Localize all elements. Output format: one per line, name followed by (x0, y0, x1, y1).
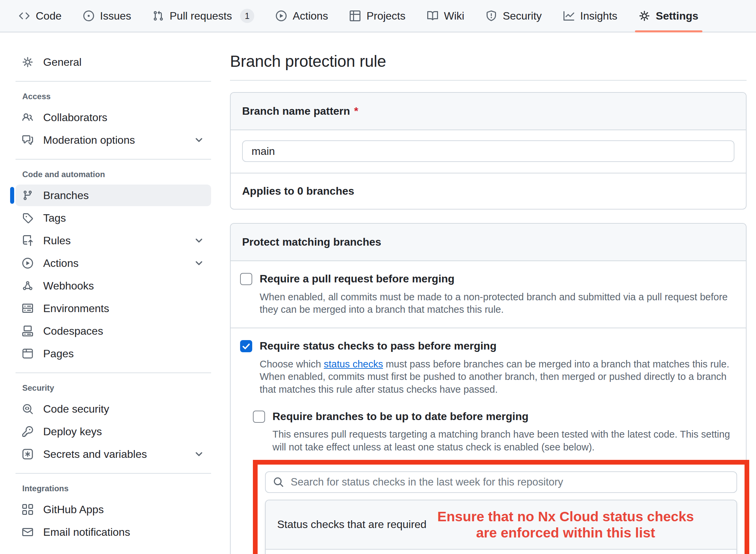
tab-code[interactable]: Code (10, 0, 70, 32)
codespaces-icon (22, 326, 33, 336)
sidebar-item-label: Secrets and variables (43, 448, 147, 461)
gear-icon (639, 10, 650, 21)
sidebar-item-label: Environments (43, 302, 109, 315)
tab-label: Issues (100, 10, 131, 22)
sidebar-item-label: General (43, 56, 82, 68)
protect-matching-branches-header: Protect matching branches (231, 224, 746, 261)
apps-icon (22, 504, 33, 515)
require-status-checks-checkbox[interactable] (240, 340, 252, 352)
tag-icon (22, 213, 33, 223)
sidebar-section-title-integrations: Integrations (16, 484, 211, 493)
tab-insights[interactable]: Insights (555, 0, 626, 32)
status-check-search-input[interactable] (265, 471, 737, 493)
tab-actions[interactable]: Actions (267, 0, 337, 32)
rule-require-pull-request: Require a pull request before merging Wh… (231, 261, 746, 328)
status-check-search (265, 471, 737, 493)
branch-name-pattern-input[interactable] (242, 140, 734, 162)
description-text: Choose which (260, 359, 324, 369)
tab-label: Code (36, 10, 62, 22)
sidebar-item-label: Moderation options (43, 134, 135, 146)
table-icon (350, 10, 360, 21)
codescan-icon (22, 404, 33, 414)
tab-label: Actions (293, 10, 328, 22)
rule-label: Require a pull request before merging (260, 272, 455, 286)
sidebar-item-deploy-keys[interactable]: Deploy keys (16, 421, 211, 442)
sidebar-item-code-security[interactable]: Code security (16, 398, 211, 420)
branch-protection-main: Branch protection rule Branch name patte… (223, 32, 756, 554)
tab-projects[interactable]: Projects (341, 0, 414, 32)
rule-description: Choose which status checks must pass bef… (260, 358, 736, 396)
tab-security[interactable]: Security (477, 0, 551, 32)
sidebar-item-moderation-options[interactable]: Moderation options (16, 129, 211, 151)
sidebar-item-label: Pages (43, 348, 74, 360)
rule-label: Require status checks to pass before mer… (260, 339, 496, 353)
tab-wiki[interactable]: Wiki (418, 0, 473, 32)
branch-name-pattern-label: Branch name pattern (242, 105, 350, 117)
status-checks-header-label: Status checks that are required (277, 518, 427, 531)
git-branch-icon (22, 190, 33, 201)
tab-label: Pull requests (170, 10, 232, 22)
sidebar-item-label: Collaborators (43, 111, 107, 124)
gear-icon (22, 57, 33, 67)
sidebar-item-codespaces[interactable]: Codespaces (16, 320, 211, 342)
chevron-down-icon (194, 449, 204, 460)
sidebar-item-pages[interactable]: Pages (16, 343, 211, 364)
sidebar-item-email-notifications[interactable]: Email notifications (16, 521, 211, 543)
annotation-line-2: are enforced within this list (427, 525, 705, 541)
sidebar-item-label: Branches (43, 189, 89, 202)
check-icon (241, 341, 251, 351)
sidebar-item-label: Tags (43, 212, 66, 224)
tab-label: Security (503, 10, 542, 22)
annotation-highlight-box: Status checks that are required Ensure t… (253, 460, 749, 554)
sidebar-item-environments[interactable]: Environments (16, 298, 211, 319)
sidebar-item-secrets-and-variables[interactable]: Secrets and variables (16, 443, 211, 465)
applies-to-branches: Applies to 0 branches (231, 173, 746, 209)
issue-opened-icon (83, 10, 94, 21)
search-icon (273, 477, 284, 488)
sidebar-divider (16, 81, 211, 82)
sidebar-item-label: Email notifications (43, 526, 130, 538)
rule-require-status-checks: Require status checks to pass before mer… (231, 328, 746, 554)
sidebar-section-title-code-automation: Code and automation (16, 170, 211, 179)
status-check-row: main GitHub Actions (266, 550, 736, 554)
sidebar-item-webhooks[interactable]: Webhooks (16, 275, 211, 297)
tab-pull-requests[interactable]: Pull requests 1 (144, 0, 263, 32)
required-status-checks-box: Status checks that are required Ensure t… (265, 500, 737, 554)
sidebar-item-label: Codespaces (43, 325, 103, 337)
sidebar-item-general[interactable]: General (16, 51, 211, 73)
chevron-down-icon (194, 258, 204, 269)
status-checks-link[interactable]: status checks (324, 359, 383, 369)
repo-tab-bar: Code Issues Pull requests 1 Actions Proj… (0, 0, 756, 32)
play-icon (276, 10, 287, 21)
chevron-down-icon (194, 235, 204, 246)
chevron-down-icon (194, 135, 204, 145)
branch-name-pattern-body (231, 130, 746, 173)
browser-icon (22, 348, 33, 359)
tab-label: Wiki (444, 10, 464, 22)
code-icon (19, 10, 30, 21)
annotation-note: Ensure that no Nx Cloud status checks ar… (427, 508, 725, 541)
git-pull-request-icon (153, 10, 164, 21)
rule-description: This ensures pull requests targeting a m… (272, 428, 736, 453)
rule-require-up-to-date: Require branches to be up to date before… (253, 410, 736, 554)
sidebar-item-github-apps[interactable]: GitHub Apps (16, 499, 211, 520)
require-up-to-date-checkbox[interactable] (253, 411, 265, 423)
play-icon (22, 258, 33, 269)
rule-description: When enabled, all commits must be made t… (260, 291, 736, 316)
tab-settings[interactable]: Settings (630, 0, 707, 32)
sidebar-item-collaborators[interactable]: Collaborators (16, 107, 211, 128)
sidebar-item-rules[interactable]: Rules (16, 230, 211, 251)
graph-icon (563, 10, 574, 21)
tab-label: Settings (656, 10, 698, 22)
tab-issues[interactable]: Issues (75, 0, 140, 32)
rule-label: Require branches to be up to date before… (272, 410, 528, 424)
sidebar-section-title-access: Access (16, 92, 211, 101)
require-pull-request-checkbox[interactable] (240, 273, 252, 285)
people-icon (22, 112, 33, 123)
sidebar-item-tags[interactable]: Tags (16, 207, 211, 229)
comment-discussion-icon (22, 135, 33, 145)
sidebar-item-branches[interactable]: Branches (16, 185, 211, 206)
required-asterisk: * (354, 105, 358, 117)
shield-icon (486, 10, 497, 21)
sidebar-item-actions[interactable]: Actions (16, 252, 211, 274)
